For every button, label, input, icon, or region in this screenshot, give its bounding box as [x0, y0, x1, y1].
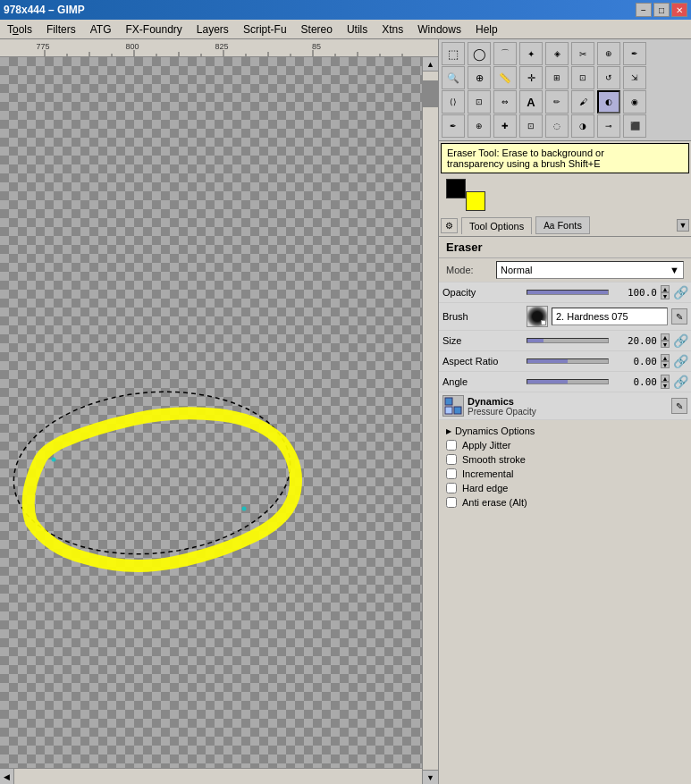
tool-ink[interactable]: ✒ [442, 114, 465, 138]
tool-paths[interactable]: ✒ [623, 42, 646, 65]
size-spin-up[interactable]: ▲ [661, 333, 670, 341]
opacity-slider-track[interactable] [527, 290, 609, 295]
aspect-ratio-spin-up[interactable]: ▲ [661, 354, 670, 361]
opacity-value: 100.0 [612, 287, 657, 299]
close-button[interactable]: ✕ [671, 3, 687, 17]
tool-color-select[interactable]: ◈ [545, 42, 569, 65]
size-slider-fill [527, 339, 544, 342]
vertical-scrollbar[interactable]: ▲ ▼ [422, 57, 438, 784]
tab-fonts[interactable]: Aa Fonts [535, 216, 590, 234]
tool-paintbrush[interactable]: 🖌 [571, 90, 594, 114]
tool-bucket-fill[interactable]: ⬛ [623, 114, 646, 138]
dynamics-icon-svg [444, 397, 462, 415]
angle-spin-down[interactable]: ▼ [661, 382, 670, 389]
eraser-tooltip-line2: transparency using a brush Shift+E [447, 158, 683, 169]
menu-atg[interactable]: ATG [83, 21, 119, 38]
tool-align[interactable]: ⊞ [545, 66, 569, 89]
smooth-stroke-checkbox[interactable] [446, 454, 457, 465]
opacity-spin-up[interactable]: ▲ [661, 285, 670, 292]
dynamics-edit-button[interactable]: ✎ [671, 398, 687, 414]
menu-windows[interactable]: Windows [410, 21, 468, 38]
size-label: Size [442, 335, 523, 346]
tool-smudge[interactable]: ⊸ [597, 114, 620, 138]
eraser-tooltip-line1: Eraser Tool: Erase to background or [447, 148, 683, 158]
options-expand-btn[interactable]: ▼ [677, 219, 689, 232]
eraser-tooltip: Eraser Tool: Erase to background or tran… [441, 143, 689, 173]
angle-label: Angle [442, 376, 523, 387]
fonts-icon: Aa [544, 221, 554, 231]
menubar: Tools Filters ATG FX-Foundry Layers Scri… [0, 20, 691, 39]
brush-edit-button[interactable]: ✎ [671, 308, 687, 325]
tool-shear[interactable]: ⟨⟩ [442, 90, 465, 114]
tool-foreground-select[interactable]: ⊕ [597, 42, 620, 65]
tab-tool-options[interactable]: Tool Options [461, 217, 532, 234]
angle-spin-up[interactable]: ▲ [661, 375, 670, 382]
tool-scissors[interactable]: ✂ [571, 42, 594, 65]
menu-utils[interactable]: Utils [340, 21, 375, 38]
brush-preview[interactable] [527, 306, 548, 327]
settings-icon-tab: ⚙ [441, 218, 458, 233]
svg-point-23 [52, 458, 56, 462]
svg-point-24 [242, 507, 247, 511]
horizontal-scrollbar[interactable]: ◀ [0, 768, 422, 784]
tool-eraser[interactable]: ◐ [597, 90, 620, 114]
menu-filters[interactable]: Filters [39, 21, 83, 38]
tool-measure[interactable]: 📏 [493, 66, 517, 89]
tool-rotate[interactable]: ↺ [597, 66, 620, 89]
mode-select[interactable]: Normal ▼ [496, 261, 684, 279]
tool-airbrush[interactable]: ◉ [623, 90, 646, 114]
tool-move[interactable]: ✛ [519, 66, 543, 89]
canvas-area: 775 800 825 85 [0, 39, 438, 784]
angle-slider-track[interactable] [527, 379, 609, 384]
opacity-spinners: ▲ ▼ [661, 285, 670, 299]
svg-rect-27 [445, 407, 452, 414]
mode-label: Mode: [446, 265, 491, 275]
anti-erase-checkbox[interactable] [446, 497, 457, 508]
tool-heal[interactable]: ✚ [493, 114, 517, 138]
apply-jitter-checkbox[interactable] [446, 440, 457, 451]
incremental-checkbox[interactable] [446, 468, 457, 479]
tool-blur[interactable]: ◌ [545, 114, 569, 138]
tool-perspective[interactable]: ⊡ [468, 90, 491, 114]
tool-flip[interactable]: ⇔ [493, 90, 517, 114]
menu-stereo[interactable]: Stereo [294, 21, 340, 38]
tool-clone[interactable]: ⊕ [468, 114, 491, 138]
svg-text:85: 85 [312, 42, 321, 51]
menu-help[interactable]: Help [468, 21, 505, 38]
menu-fx-foundry[interactable]: FX-Foundry [118, 21, 189, 38]
tool-pencil[interactable]: ✏ [545, 90, 569, 114]
mode-value: Normal [501, 265, 532, 275]
tool-dodge-burn[interactable]: ◑ [571, 114, 594, 138]
aspect-ratio-spin-down[interactable]: ▼ [661, 361, 670, 368]
tool-scale[interactable]: ⇲ [623, 66, 646, 89]
tool-text[interactable]: A [519, 90, 543, 114]
angle-spinners: ▲ ▼ [661, 375, 670, 389]
aspect-ratio-slider-track[interactable] [527, 358, 609, 364]
menu-layers[interactable]: Layers [190, 21, 236, 38]
tool-ellipse-select[interactable]: ◯ [468, 42, 491, 65]
size-spin-down[interactable]: ▼ [661, 341, 670, 348]
minimize-button[interactable]: − [636, 3, 652, 17]
menu-xtns[interactable]: Xtns [375, 21, 410, 38]
size-chain-icon: 🔗 [673, 333, 687, 348]
dynamics-options-toggle[interactable]: Dynamics Options [446, 424, 684, 438]
hard-edge-checkbox[interactable] [446, 483, 457, 493]
tool-color-picker[interactable]: 🔍 [442, 66, 465, 89]
canvas-content[interactable] [0, 57, 422, 784]
color-bg-swatch[interactable] [466, 191, 485, 211]
menu-tools[interactable]: Tools [0, 21, 39, 38]
tool-crop[interactable]: ⊡ [571, 66, 594, 89]
tool-rect-select[interactable]: ⬚ [442, 42, 465, 65]
brush-label: Brush [442, 311, 523, 322]
tool-free-select[interactable]: ⌒ [493, 42, 517, 65]
brush-plus-indicator [541, 320, 546, 325]
menu-script-fu[interactable]: Script-Fu [236, 21, 294, 38]
tool-zoom[interactable]: ⊕ [468, 66, 491, 89]
size-slider-track[interactable] [527, 338, 609, 343]
opacity-spin-down[interactable]: ▼ [661, 292, 670, 299]
tool-fuzzy-select[interactable]: ✦ [519, 42, 543, 65]
maximize-button[interactable]: □ [653, 3, 670, 17]
color-fg-swatch[interactable] [446, 179, 466, 198]
tool-perspective-clone[interactable]: ⊡ [519, 114, 543, 138]
brush-name-display[interactable]: 2. Hardness 075 [552, 308, 668, 325]
